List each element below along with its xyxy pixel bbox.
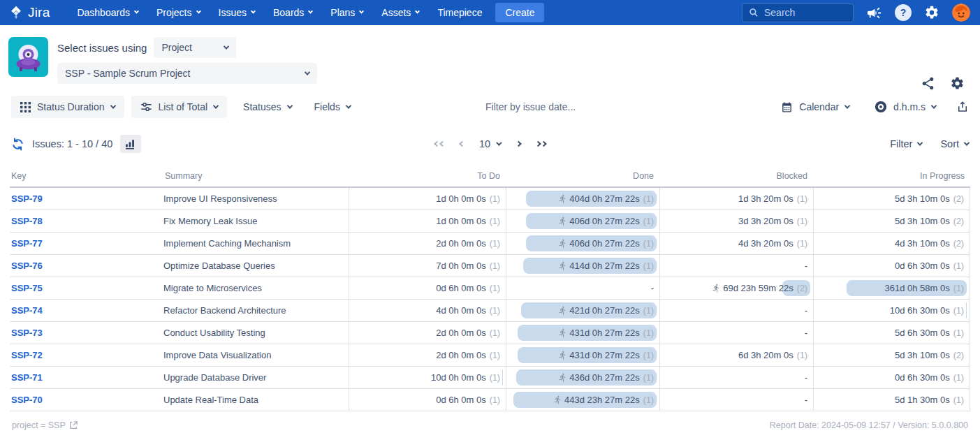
duration-cell-done: 421d 0h 27m 22s(1): [506, 300, 659, 321]
duration-cell-blocked: -: [659, 367, 813, 388]
settings-icon[interactable]: [924, 5, 939, 20]
duration-cell-blocked: 1d 3h 20m 0s(1): [659, 188, 813, 210]
prev-page-button[interactable]: [460, 142, 464, 146]
duration-value: 4d 3h 10m 0s: [895, 238, 950, 249]
status-duration-table: KeySummaryTo DoDoneBlockedIn Progress SS…: [10, 165, 970, 411]
issue-key-link[interactable]: SSP-73: [11, 328, 43, 338]
select-issues-label: Select issues using: [57, 42, 147, 54]
announcement-icon[interactable]: [866, 5, 882, 21]
status-count: (1): [490, 373, 500, 383]
duration-cell-inprogress: 361d 0h 58m 0s(1): [813, 277, 970, 299]
calendar-button[interactable]: Calendar: [772, 96, 858, 119]
first-page-button[interactable]: [434, 142, 444, 146]
jql-link[interactable]: project = SSP: [12, 420, 78, 430]
runner-icon: [558, 306, 567, 315]
view-button[interactable]: List of Total: [131, 96, 228, 118]
list-controls: Issues: 1 - 10 / 40 10 Filter Sort: [11, 131, 969, 156]
issue-key-link[interactable]: SSP-71: [11, 372, 43, 383]
status-count: (1): [643, 261, 654, 271]
duration-format-button[interactable]: d.h.m.s: [865, 95, 945, 119]
next-page-button[interactable]: [516, 142, 520, 146]
chevron-down-icon: [305, 69, 310, 75]
duration-value: 0d 6h 0m 0s: [436, 395, 486, 405]
project-select[interactable]: SSP - Sample Scrum Project: [57, 63, 317, 84]
user-avatar[interactable]: [952, 3, 970, 22]
share-icon[interactable]: [920, 75, 935, 91]
issue-key-link[interactable]: SSP-74: [11, 305, 43, 316]
duration-value: 5d 3h 10m 0s: [895, 216, 950, 226]
issue-key-link[interactable]: SSP-77: [11, 238, 43, 249]
nav-item-assets[interactable]: Assets: [374, 3, 427, 22]
duration-cell-blocked: -: [659, 255, 813, 277]
runner-icon: [558, 261, 567, 270]
duration-value: 7d 0h 0m 0s: [436, 260, 486, 271]
nav-item-timepiece[interactable]: Timepiece: [430, 3, 490, 22]
chart-view-button[interactable]: [120, 135, 141, 153]
issue-key-link[interactable]: SSP-79: [11, 193, 43, 204]
table-row: SSP-77Implement Caching Mechanism2d 0h 0…: [10, 233, 970, 255]
fields-button[interactable]: Fields: [305, 96, 360, 118]
jira-brand[interactable]: Jira: [8, 5, 50, 20]
status-count: (1): [953, 328, 964, 338]
filter-dropdown[interactable]: Filter: [890, 138, 922, 149]
duration-cell-done: 406d 0h 27m 22s(1): [506, 210, 659, 232]
duration-cell-inprogress: 4d 3h 10m 0s(2): [813, 233, 970, 254]
top-navbar: Jira DashboardsProjectsIssuesBoardsPlans…: [0, 0, 980, 25]
last-page-button[interactable]: [536, 142, 546, 146]
duration-cell-todo: 2d 0h 0m 0s(1): [349, 233, 506, 254]
chevron-down-icon: [964, 140, 970, 145]
runner-icon: [558, 194, 567, 203]
column-header-in-progress: In Progress: [813, 171, 970, 181]
view-label: List of Total: [159, 101, 208, 112]
fields-label: Fields: [314, 101, 340, 112]
issue-key-link[interactable]: SSP-72: [11, 350, 43, 360]
search-placeholder: Search: [764, 7, 795, 18]
report-type-button[interactable]: Status Duration: [11, 96, 124, 118]
duration-cell-blocked: 69d 23h 59m 22s(2): [659, 277, 813, 299]
search-input[interactable]: Search: [742, 3, 854, 22]
column-header-to-do: To Do: [349, 171, 506, 181]
issue-date-filter-input[interactable]: Filter by issue date...: [485, 101, 576, 112]
status-count: (1): [953, 261, 964, 271]
nav-item-issues[interactable]: Issues: [211, 3, 263, 22]
status-count: (2): [797, 284, 807, 293]
nav-item-projects[interactable]: Projects: [149, 3, 208, 22]
duration-format-label: d.h.m.s: [893, 101, 926, 112]
refresh-icon[interactable]: [11, 138, 24, 151]
status-count: (1): [643, 373, 654, 383]
nav-item-dashboards[interactable]: Dashboards: [69, 3, 146, 22]
nav-item-boards[interactable]: Boards: [265, 3, 320, 22]
nav-item-plans[interactable]: Plans: [323, 3, 371, 22]
brand-name: Jira: [28, 5, 50, 20]
duration-value: 5d 1h 30m 0s: [895, 395, 950, 405]
duration-cell-done: 431d 0h 27m 22s(1): [506, 322, 659, 344]
statuses-button[interactable]: Statuses: [234, 96, 300, 118]
duration-value: 361d 0h 58m 0s: [884, 283, 949, 293]
statuses-label: Statuses: [243, 101, 281, 112]
sort-dropdown[interactable]: Sort: [940, 138, 969, 149]
status-count: (1): [643, 351, 654, 360]
create-button[interactable]: Create: [495, 3, 544, 22]
help-icon[interactable]: ?: [895, 4, 912, 21]
export-icon[interactable]: [956, 100, 969, 114]
runner-icon: [558, 351, 567, 360]
issue-key-link[interactable]: SSP-76: [11, 260, 43, 271]
issue-key-link[interactable]: SSP-75: [11, 283, 43, 293]
page-size-select[interactable]: 10: [479, 138, 501, 149]
duration-cell-todo: 4d 0h 0m 0s(1): [349, 300, 506, 321]
issue-key-cell: SSP-73: [10, 322, 163, 344]
duration-cell-todo: 0d 6h 0m 0s(1): [349, 389, 506, 411]
chevron-down-icon: [224, 43, 229, 49]
duration-cell-blocked: -: [659, 389, 813, 411]
status-count: (1): [490, 239, 500, 249]
duration-value: 6d 3h 20m 0s: [738, 350, 793, 360]
chevron-down-icon: [286, 103, 292, 108]
external-link-icon: [69, 421, 78, 430]
issue-key-link[interactable]: SSP-78: [11, 216, 43, 226]
issue-key-link[interactable]: SSP-70: [11, 395, 43, 405]
issue-source-select[interactable]: Project: [154, 37, 236, 58]
table-row: SSP-73Conduct Usability Testing2d 0h 0m …: [10, 322, 970, 344]
duration-cell-done: 414d 0h 27m 22s(1): [506, 255, 659, 277]
chevron-down-icon: [496, 140, 502, 145]
report-settings-icon[interactable]: [949, 75, 965, 91]
